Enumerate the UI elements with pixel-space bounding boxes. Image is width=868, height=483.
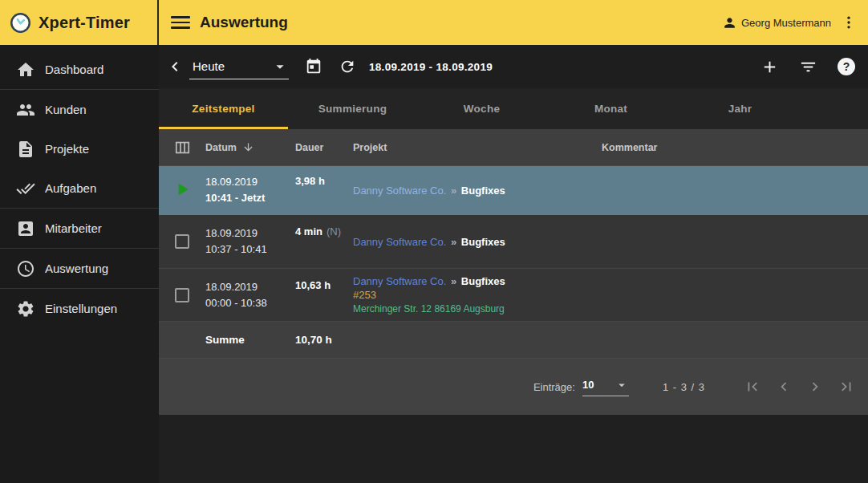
table-row[interactable]: 18.09.2019 10:37 - 10:41 4 min (N) Danny… (159, 215, 868, 269)
user-menu[interactable]: Georg Mustermann (722, 15, 831, 30)
previous-period-button[interactable] (165, 57, 185, 76)
tab-woche[interactable]: Woche (417, 88, 546, 129)
project-separator: » (451, 275, 456, 287)
sidebar-item-mitarbeiter[interactable]: Mitarbeiter (0, 209, 159, 248)
sidebar-item-auswertung[interactable]: Auswertung (0, 249, 159, 288)
entries-per-page-value: 10 (582, 379, 594, 391)
gear-icon (16, 299, 35, 319)
tab-label: Monat (594, 103, 627, 115)
sidebar-item-label: Auswertung (45, 262, 108, 275)
page-range-label: 1 - 3 / 3 (663, 381, 705, 393)
tab-label: Zeitstempel (192, 103, 254, 115)
help-button[interactable]: ? (838, 58, 855, 75)
kebab-menu-icon[interactable] (841, 14, 857, 30)
sidebar-item-label: Einstellungen (45, 302, 117, 315)
project-link[interactable]: Danny Software Co. (353, 185, 446, 197)
calendar-icon (305, 58, 322, 75)
app-logo-clock-icon (10, 12, 31, 34)
tab-label: Summierung (318, 103, 387, 115)
sidebar-item-label: Mitarbeiter (45, 221, 102, 235)
content-background (159, 415, 868, 483)
chevron-down-icon (614, 378, 629, 392)
column-label: Datum (205, 142, 237, 153)
sidebar-item-aufgaben[interactable]: Aufgaben (0, 168, 159, 208)
project-cell: Danny Software Co. » Bugfixes (353, 184, 602, 197)
entries-per-page-select[interactable]: 10 (582, 378, 629, 396)
pagination-bar: Einträge: 10 1 - 3 / 3 (159, 359, 868, 415)
toolbar-actions: ? (761, 58, 855, 76)
tab-label: Woche (464, 103, 501, 115)
report-toolbar: Heute 18.09.2019 - 18.09.2019 (159, 45, 868, 88)
column-header-projekt[interactable]: Projekt (353, 142, 602, 153)
project-task: Bugfixes (461, 185, 505, 197)
main-content: Heute 18.09.2019 - 18.09.2019 (159, 45, 868, 483)
project-address: Merchinger Str. 12 86169 Augsburg (353, 302, 602, 315)
duration-cell: 10,63 h (295, 269, 353, 321)
people-icon (16, 100, 35, 120)
row-duration: 3,98 h (295, 175, 325, 187)
duration-cell: 3,98 h (295, 166, 353, 214)
date-cell: 18.09.2019 10:37 - 10:41 (205, 225, 295, 258)
sidebar-item-einstellungen[interactable]: Einstellungen (0, 289, 159, 328)
date-cell: 18.09.2019 10:41 - Jetzt (205, 174, 295, 206)
sidebar-item-dashboard[interactable]: Dashboard (0, 50, 159, 89)
project-task: Bugfixes (461, 236, 505, 248)
first-page-icon (744, 378, 761, 396)
sidebar-item-kunden[interactable]: Kunden (0, 90, 159, 129)
report-tabs: Zeitstempel Summierung Woche Monat Jahr (159, 88, 868, 129)
tab-monat[interactable]: Monat (546, 88, 675, 129)
first-page-button[interactable] (744, 378, 761, 396)
filter-button[interactable] (799, 58, 817, 76)
sidebar-item-projekte[interactable]: Projekte (0, 129, 159, 168)
project-link[interactable]: Danny Software Co. (353, 236, 446, 248)
chevron-left-icon (775, 378, 793, 396)
table-header: Datum Dauer Projekt Kommentar (159, 129, 868, 166)
project-cell: Danny Software Co. » Bugfixes (353, 235, 602, 249)
column-header-dauer[interactable]: Dauer (295, 142, 353, 153)
row-date: 18.09.2019 (205, 279, 295, 295)
summary-label: Summe (205, 334, 295, 346)
menu-icon[interactable] (171, 13, 190, 32)
app-title: Xpert-Timer (39, 14, 130, 32)
clock-icon (16, 259, 35, 278)
table-row[interactable]: 18.09.2019 10:41 - Jetzt 3,98 h Danny So… (159, 166, 868, 215)
chevron-left-icon (165, 57, 185, 76)
column-header-datum[interactable]: Datum (205, 141, 295, 153)
column-settings-button[interactable] (174, 140, 191, 155)
previous-page-button[interactable] (775, 378, 793, 396)
plus-icon (761, 58, 779, 76)
period-select-value: Heute (189, 59, 225, 73)
body: Dashboard Kunden Projekte Aufgaben Mitar… (0, 45, 868, 483)
duration-cell: 4 min (N) (295, 215, 353, 268)
person-icon (722, 15, 737, 30)
tab-zeitstempel[interactable]: Zeitstempel (159, 88, 288, 129)
row-time: 00:00 - 10:38 (205, 295, 295, 311)
refresh-button[interactable] (339, 58, 356, 75)
project-separator: » (451, 236, 456, 248)
next-page-button[interactable] (806, 378, 824, 396)
chevron-down-icon (271, 58, 289, 75)
brand: Xpert-Timer (0, 0, 159, 45)
date-cell: 18.09.2019 00:00 - 10:38 (205, 279, 295, 311)
row-checkbox[interactable] (175, 288, 189, 302)
row-time: 10:41 - Jetzt (205, 190, 295, 206)
home-icon (16, 60, 35, 79)
period-select[interactable]: Heute (189, 54, 289, 79)
summary-total: 10,70 h (295, 334, 353, 346)
tab-summierung[interactable]: Summierung (288, 88, 417, 129)
sidebar-item-label: Kunden (45, 103, 87, 116)
tab-jahr[interactable]: Jahr (675, 88, 805, 129)
project-link[interactable]: Danny Software Co. (353, 275, 446, 287)
column-header-kommentar[interactable]: Kommentar (602, 142, 868, 153)
sidebar-item-label: Projekte (45, 142, 89, 156)
last-page-icon (838, 378, 855, 396)
row-checkbox[interactable] (175, 234, 189, 249)
app-bar: Xpert-Timer Auswertung Georg Mustermann (0, 0, 868, 45)
double-check-icon (16, 179, 35, 198)
user-name: Georg Mustermann (741, 17, 831, 29)
summary-row: Summe 10,70 h (159, 322, 868, 359)
add-entry-button[interactable] (761, 58, 779, 76)
calendar-button[interactable] (305, 58, 322, 75)
last-page-button[interactable] (838, 378, 855, 396)
table-row[interactable]: 18.09.2019 00:00 - 10:38 10,63 h Danny S… (159, 269, 868, 322)
